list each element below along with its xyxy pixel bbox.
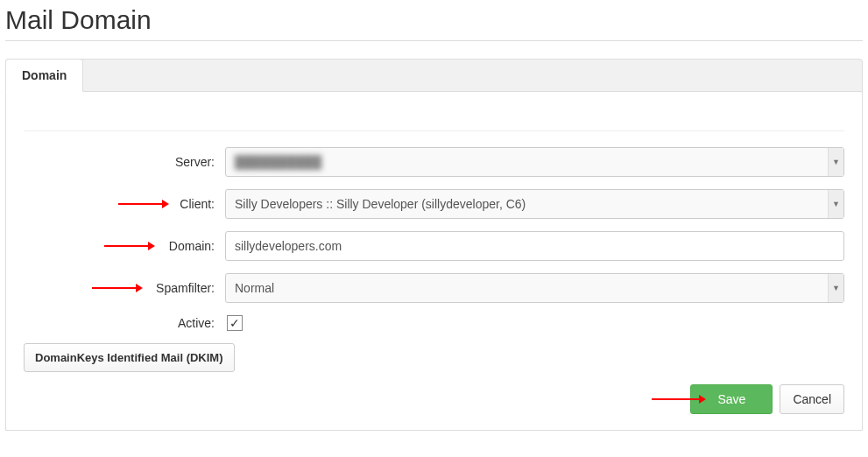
server-label: Server: <box>24 155 225 169</box>
annotation-arrow-domain <box>104 245 153 247</box>
check-icon: ✓ <box>229 316 240 330</box>
client-value: Silly Developers :: Silly Developer (sil… <box>235 197 526 211</box>
spamfilter-value: Normal <box>235 281 274 295</box>
page-title: Mail Domain <box>5 5 863 41</box>
form-panel: Server: ██████████ ▼ Client: Silly Devel… <box>5 92 863 431</box>
server-value: ██████████ <box>235 155 321 169</box>
chevron-down-icon: ▼ <box>828 148 843 176</box>
annotation-arrow-save <box>652 398 704 400</box>
dkim-button[interactable]: DomainKeys Identified Mail (DKIM) <box>24 343 235 372</box>
client-select[interactable]: Silly Developers :: Silly Developer (sil… <box>225 189 844 219</box>
chevron-down-icon: ▼ <box>828 190 843 218</box>
chevron-down-icon: ▼ <box>828 274 843 302</box>
domain-input[interactable] <box>225 231 844 261</box>
active-checkbox[interactable]: ✓ <box>227 315 243 331</box>
cancel-button[interactable]: Cancel <box>780 384 844 414</box>
dkim-row: DomainKeys Identified Mail (DKIM) <box>24 343 844 372</box>
annotation-arrow-spamfilter <box>92 287 141 289</box>
tab-bar: Domain <box>5 59 863 92</box>
spamfilter-select[interactable]: Normal ▼ <box>225 273 844 303</box>
annotation-arrow-client <box>118 203 167 205</box>
divider <box>24 130 844 131</box>
server-select[interactable]: ██████████ ▼ <box>225 147 844 177</box>
tab-domain[interactable]: Domain <box>5 59 83 92</box>
active-label: Active: <box>24 316 225 330</box>
